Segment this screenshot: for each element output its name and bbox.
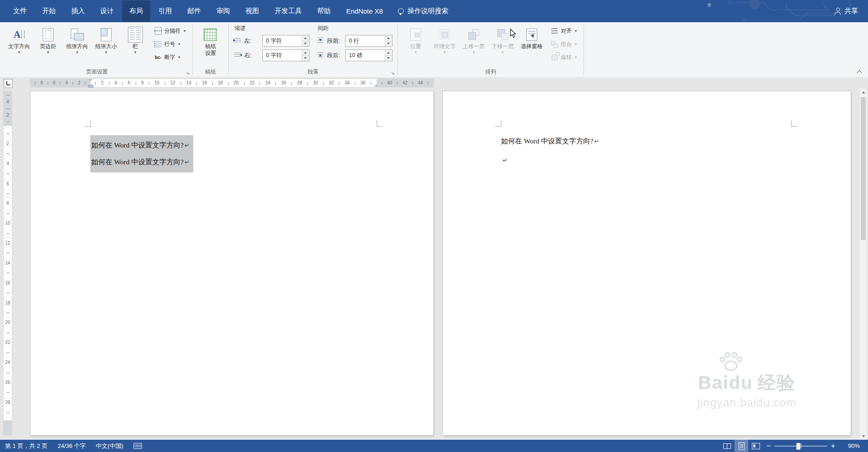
spin-up-button[interactable] [302,35,309,41]
selection-pane-button[interactable]: 选择窗格 [517,24,546,69]
align-button[interactable]: 对齐 ▼ [548,26,580,36]
paper-size-button[interactable]: 纸张大小 ▼ [92,24,121,69]
group-separator [397,25,398,74]
space-after-label: 段后: [327,52,343,59]
vertical-scrollbar[interactable] [860,89,867,440]
spin-down-button[interactable] [302,55,309,61]
wrap-text-button[interactable]: 环绕文字 ▼ [430,24,459,69]
page-setup-dialog-launcher[interactable] [184,69,191,76]
line-text[interactable]: 如何在 Word 中设置文字方向? [91,141,184,149]
document-line[interactable]: 如何在 Word 中设置文字方向?↵ [501,137,599,146]
space-before-spinner[interactable]: 0 行 [345,35,392,47]
bring-forward-button[interactable]: 上移一层 ▼ [459,24,488,69]
print-layout-button[interactable] [735,440,748,452]
tab-layout[interactable]: 布局 [122,0,151,22]
margin-corner-mark [84,120,91,127]
hyphenation-button[interactable]: bc 断字 ▼ [152,52,189,63]
group-paragraph: 缩进 左: 0 字符 右: [229,22,397,77]
read-mode-button[interactable] [720,440,734,452]
page-indicator[interactable]: 第 1 页，共 2 页 [0,440,53,452]
line-text[interactable]: 如何在 Word 中设置文字方向? [91,158,184,166]
scrollbar-thumb[interactable] [861,97,866,240]
tab-view[interactable]: 视图 [238,0,267,22]
chevron-down-icon: ▼ [443,51,446,54]
spin-down-button[interactable] [385,41,392,47]
columns-button[interactable]: 栏 ▼ [121,24,150,69]
group-label-manuscript: 稿纸 [193,68,228,76]
language-indicator[interactable]: 中文(中国) [91,440,128,452]
chevron-down-icon: ▼ [574,56,578,59]
margins-button[interactable]: 页边距 ▼ [34,24,63,69]
margin-corner-mark [791,120,798,127]
zoom-in-button[interactable]: + [828,440,838,452]
word-count[interactable]: 24/36 个字 [53,440,91,452]
empty-paragraph-mark[interactable]: ↵ [502,156,508,164]
tab-home[interactable]: 开始 [34,0,64,22]
chevron-down-icon: ▼ [46,51,50,54]
zoom-out-button[interactable]: − [764,440,774,452]
scroll-up-button[interactable] [860,89,867,96]
tab-review[interactable]: 审阅 [209,0,238,22]
tab-file[interactable]: 文件 [5,0,34,22]
share-button[interactable]: 共享 [834,7,868,15]
line-text[interactable]: 如何在 Word 中设置文字方向? [501,137,593,145]
indent-left-spinner[interactable]: 0 字符 [262,35,309,47]
paragraph-dialog-launcher[interactable] [389,69,396,76]
tab-design[interactable]: 设计 [93,0,122,22]
orientation-button[interactable]: 纸张方向 ▼ [63,24,92,69]
space-after-value[interactable]: 10 磅 [346,52,363,59]
indent-right-spinner[interactable]: 0 字符 [262,49,309,61]
space-before-label: 段前: [327,37,343,45]
zoom-slider[interactable] [775,440,827,452]
tab-references[interactable]: 引用 [151,0,180,22]
spin-down-button[interactable] [302,41,309,47]
document-line[interactable]: 如何在 Word 中设置文字方向?↵ [91,154,190,171]
chevron-down-icon: ▼ [17,51,21,54]
horizontal-ruler[interactable]: 8642 24681012141618202224262830323436 40… [30,79,433,87]
ruler-area: 8642 24681012141618202224262830323436 40… [0,77,868,89]
tab-stop-selector[interactable] [4,79,13,88]
indent-left-value[interactable]: 0 字符 [263,37,282,45]
ruler-left-margin: 8642 [30,79,90,87]
tab-mailings[interactable]: 邮件 [180,0,209,22]
page-1[interactable]: 如何在 Word 中设置文字方向?↵ 如何在 Word 中设置文字方向?↵ [30,91,433,435]
spin-up-button[interactable] [302,50,309,55]
text-direction-button[interactable]: 文字方向 ▼ [5,24,34,69]
rotate-button[interactable]: 旋转 ▼ [548,52,580,63]
watermark-title: Baidu 经验 [679,373,815,393]
vertical-ruler[interactable]: 42 246810121416182022242628 [4,91,12,435]
line-numbers-button[interactable]: 行号 ▼ [152,39,189,49]
breaks-button[interactable]: 分隔符 ▼ [152,26,189,36]
tab-developer[interactable]: 开发工具 [267,0,309,22]
vruler-top-margin: 42 [4,91,12,126]
tab-help[interactable]: 帮助 [309,0,338,22]
manuscript-grid-icon [203,27,218,42]
page-2[interactable]: 如何在 Word 中设置文字方向?↵ ↵ Baidu 经验 jingyan.ba… [443,91,851,435]
left-indent-marker[interactable] [88,85,93,88]
collapse-ribbon-button[interactable] [855,68,863,75]
spin-up-button[interactable] [385,50,392,55]
indent-right-value[interactable]: 0 字符 [263,52,282,59]
right-indent-marker[interactable] [374,82,378,87]
space-before-value[interactable]: 0 行 [346,37,359,45]
chevron-down-icon: ▼ [104,51,108,54]
tab-insert[interactable]: 插入 [64,0,93,22]
tab-endnote[interactable]: EndNote X8 [338,0,391,22]
selected-text-block[interactable]: 如何在 Word 中设置文字方向?↵ 如何在 Word 中设置文字方向?↵ [90,135,193,172]
macro-record-button[interactable] [128,440,147,452]
zoom-slider-thumb[interactable] [796,443,800,450]
spin-down-button[interactable] [385,55,392,61]
spin-up-button[interactable] [385,35,392,41]
manuscript-setup-button[interactable]: 稿纸设置 [196,24,225,69]
zoom-level[interactable]: 90% [839,440,862,452]
tell-me-search[interactable]: 操作说明搜索 [398,7,448,15]
scroll-down-button[interactable] [860,433,867,440]
document-can­vas[interactable]: 42 246810121416182022242628 如何在 Word 中设置… [0,89,868,440]
space-after-spinner[interactable]: 10 磅 [345,49,392,61]
position-button[interactable]: 位置 ▼ [401,24,430,69]
web-layout-button[interactable] [749,440,763,452]
group-objects-button[interactable]: 组合 ▼ [548,39,580,49]
group-label-page-setup: 页面设置 [2,68,192,76]
document-line[interactable]: 如何在 Word 中设置文字方向?↵ [91,137,190,154]
group-arrange: 位置 ▼ 环绕文字 ▼ 上移一层 ▼ 下移一层 ▼ [398,22,583,77]
